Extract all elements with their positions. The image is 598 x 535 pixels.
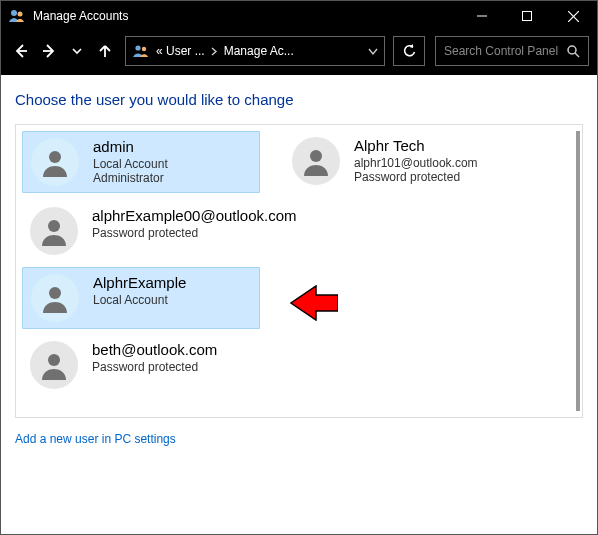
svg-line-11	[575, 53, 579, 57]
svg-point-1	[18, 12, 23, 17]
user-line2: Administrator	[93, 171, 168, 185]
titlebar: Manage Accounts	[1, 1, 597, 31]
search-icon	[567, 45, 580, 58]
users-list: admin Local Account Administrator Alphr …	[15, 124, 583, 418]
content-area: Choose the user you would like to change…	[1, 75, 597, 534]
breadcrumb-seg-manage[interactable]: Manage Ac...	[224, 44, 294, 58]
svg-point-9	[142, 47, 146, 51]
add-user-link[interactable]: Add a new user in PC settings	[15, 432, 176, 446]
svg-point-10	[568, 46, 576, 54]
user-name: admin	[93, 138, 168, 155]
avatar-icon	[31, 138, 79, 186]
user-line1: Local Account	[93, 293, 186, 307]
recent-locations-dropdown[interactable]	[65, 37, 89, 65]
annotation-arrow-icon	[290, 285, 338, 321]
user-line2: Password protected	[354, 170, 478, 184]
svg-point-12	[49, 151, 61, 163]
avatar-icon	[292, 137, 340, 185]
user-name: alphrExample00@outlook.com	[92, 207, 297, 224]
svg-point-0	[11, 10, 17, 16]
avatar-icon	[31, 274, 79, 322]
forward-button[interactable]	[37, 37, 61, 65]
user-card-beth[interactable]: beth@outlook.com Password protected	[22, 335, 260, 395]
user-line1: Local Account	[93, 157, 168, 171]
chevron-right-icon	[211, 47, 218, 56]
users-app-icon	[7, 6, 27, 26]
user-card-alphrexample00[interactable]: alphrExample00@outlook.com Password prot…	[22, 201, 282, 261]
user-card-alphrexample[interactable]: AlphrExample Local Account	[22, 267, 260, 329]
svg-point-16	[48, 354, 60, 366]
window-title: Manage Accounts	[33, 9, 459, 23]
users-breadcrumb-icon	[132, 43, 150, 59]
svg-point-14	[48, 220, 60, 232]
user-card-admin[interactable]: admin Local Account Administrator	[22, 131, 260, 193]
avatar-icon	[30, 341, 78, 389]
search-box[interactable]: Search Control Panel	[435, 36, 589, 66]
user-line1: alphr101@outlook.com	[354, 156, 478, 170]
back-button[interactable]	[9, 37, 33, 65]
scrollbar[interactable]	[576, 131, 580, 411]
user-name: Alphr Tech	[354, 137, 478, 154]
svg-point-13	[310, 150, 322, 162]
up-button[interactable]	[93, 37, 117, 65]
close-button[interactable]	[549, 1, 597, 31]
address-bar[interactable]: « User ... Manage Ac...	[125, 36, 385, 66]
window-frame: Manage Accounts	[0, 0, 598, 535]
svg-rect-3	[522, 12, 531, 21]
search-placeholder: Search Control Panel	[444, 44, 558, 58]
user-line1: Password protected	[92, 360, 217, 374]
user-name: beth@outlook.com	[92, 341, 217, 358]
user-card-alphr-tech[interactable]: Alphr Tech alphr101@outlook.com Password…	[284, 131, 522, 193]
page-heading: Choose the user you would like to change	[15, 91, 583, 108]
refresh-button[interactable]	[393, 36, 425, 66]
user-name: AlphrExample	[93, 274, 186, 291]
breadcrumb-seg-users[interactable]: « User ...	[156, 44, 205, 58]
svg-point-15	[49, 287, 61, 299]
toolbar: « User ... Manage Ac... Search Control P…	[1, 31, 597, 75]
address-dropdown-icon[interactable]	[368, 47, 378, 56]
minimize-button[interactable]	[459, 1, 504, 31]
maximize-button[interactable]	[504, 1, 549, 31]
user-line1: Password protected	[92, 226, 297, 240]
avatar-icon	[30, 207, 78, 255]
svg-point-8	[135, 45, 140, 50]
